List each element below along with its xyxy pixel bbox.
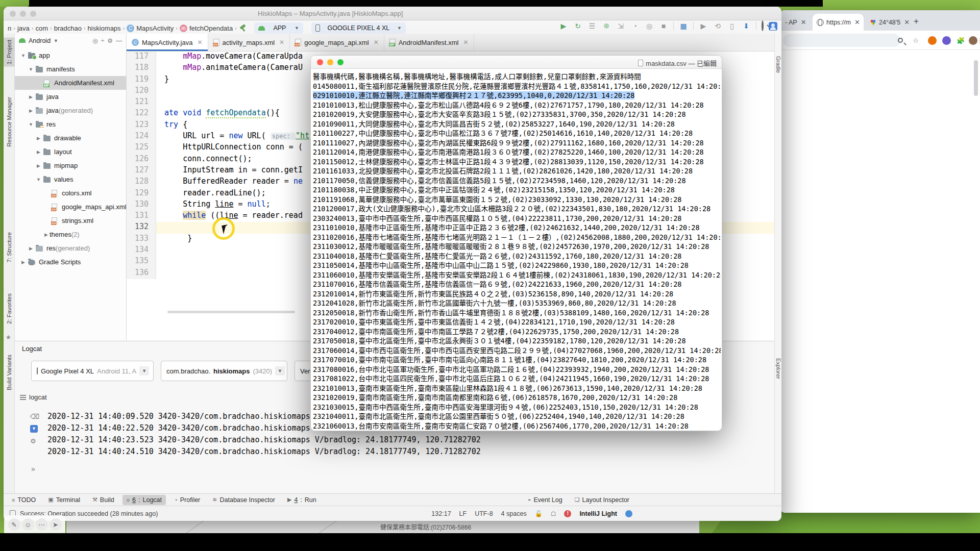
breadcrumb-item[interactable]: n — [8, 24, 11, 32]
emoji-icon[interactable]: ☺ — [22, 518, 34, 531]
tree-item[interactable]: colors.xml — [15, 186, 126, 200]
chevron-right-icon[interactable]: ▶ — [35, 163, 42, 168]
close-icon[interactable]: ✕ — [801, 18, 806, 26]
breadcrumb-item[interactable]: java — [17, 24, 30, 32]
tool-button-resource-manager[interactable]: Resource Manager — [4, 95, 15, 149]
csv-row[interactable]: 2101010013,松山健康服務中心,臺北市松山區八德路4段６９２號6樓,(0… — [313, 99, 721, 109]
tree-item[interactable]: ▶drawable — [15, 131, 126, 145]
browser-tab[interactable]: https://m✕ — [813, 14, 864, 31]
extension-orange-icon[interactable] — [927, 35, 937, 45]
caret-position[interactable]: 132:17 — [431, 510, 451, 517]
process-selector[interactable]: com.bradchao.hiskiomaps (3420) ▼ — [161, 361, 287, 381]
csv-row[interactable]: 2317040012,臺中市南區衛生所,臺中市南區工學路７２號2樓,(04)22… — [313, 326, 721, 336]
chevron-right-icon[interactable]: ▶ — [20, 260, 27, 265]
horizontal-scrollbar[interactable] — [167, 311, 295, 313]
search-everywhere-icon[interactable] — [762, 21, 764, 31]
build-hammer-icon[interactable] — [239, 24, 247, 32]
csv-row[interactable]: 0291010010,連江縣立醫院,連江縣南竿鄉復興村２１７號,623995,1… — [313, 90, 721, 99]
csv-row[interactable]: 2317020010,臺中市東區衛生所,臺中市東區信義街１４２號,(04)228… — [313, 316, 721, 326]
attach-debugger-icon[interactable]: ⇲ — [616, 22, 625, 30]
csv-text-content[interactable]: 醫事機構代碼,醫事機構名稱,醫事機構地址,醫事機構電話,成人口罩剩餘數,兒童口罩… — [313, 71, 721, 430]
chevron-right-icon[interactable]: ▶ — [43, 232, 50, 237]
tree-item[interactable]: ▶Gradle Scripts — [15, 255, 126, 269]
csv-row[interactable]: 0145080011,衛生福利部花蓮醫院豐濱原住民分院,花蓮縣豐濱鄉豐濱村光豐路… — [313, 81, 721, 90]
tree-item[interactable]: ▼app — [15, 48, 126, 62]
csv-row[interactable]: 2321010013,臺南市東區衛生所,臺南市東區龍山里林森路1段４１８號,(0… — [313, 383, 721, 392]
extension-purple-icon[interactable] — [941, 35, 951, 45]
extensions-puzzle-icon[interactable]: 🧩 — [955, 35, 966, 45]
tree-item[interactable]: ▼manifests — [15, 62, 126, 76]
indent-setting[interactable]: 4 spaces — [501, 510, 527, 517]
close-icon[interactable]: ✕ — [904, 18, 910, 26]
tool-window-button-todo[interactable]: ≡TODO — [8, 495, 40, 505]
more-apps-icon[interactable]: ⋯ — [36, 518, 48, 531]
tool-button-device-explorer[interactable]: Explorer — [774, 358, 781, 379]
csv-row[interactable]: 醫事機構代碼,醫事機構名稱,醫事機構地址,醫事機構電話,成人口罩剩餘數,兒童口罩… — [313, 71, 721, 81]
csv-row[interactable]: 2303240013,臺中市中西區衛生所,臺中市西區民權路１０５號,(04)22… — [313, 213, 721, 222]
csv-row[interactable]: 2321060013,台南市安南區衛生所,臺南市安南區仁安路７０號2樓,(06)… — [313, 420, 721, 430]
tool-window-button-layout-inspector[interactable]: ❏Layout Inspector — [571, 495, 633, 505]
tree-item[interactable]: ▼values — [15, 172, 126, 186]
csv-row[interactable]: 2101100227,中山健康服務中心,臺北市中山區松江路３６７號7樓,(02)… — [313, 128, 721, 137]
tool-button-build-variants[interactable]: Build Variants — [4, 353, 15, 392]
scroll-to-end-icon[interactable]: ▼ — [30, 425, 38, 433]
csv-row[interactable]: 2311050014,基隆市中山區衛生所,基隆市中山區中山二路１５號,(02)2… — [313, 260, 721, 269]
expand-logs-glyph[interactable]: » — [31, 465, 35, 473]
csv-row[interactable]: 2101120014,南港健康服務中心,臺北市南港區南港路1段３６０號7樓,(0… — [313, 146, 721, 156]
editor-tab[interactable]: activity_maps.xml✕ — [208, 34, 290, 51]
tool-window-button-event-log[interactable]: ◓Event Log — [524, 495, 567, 505]
device-selector[interactable]: Google Pixel 4 XL Android 11, A ▼ — [31, 361, 154, 381]
chevron-right-icon[interactable]: ▶ — [28, 246, 34, 251]
csv-row[interactable]: 2317081022,台中市北屯區四民衛生所,臺中市北屯區后庄路１０６２號,(0… — [313, 373, 721, 383]
csv-row[interactable]: 2317050018,臺中市北區衛生所,臺中市北區永興街３０１號4樓,(04)2… — [313, 335, 721, 345]
csv-row[interactable]: 2311040018,基隆市仁愛區衛生所,基隆市仁愛區光一路２６號,(02)24… — [313, 251, 721, 260]
hide-panel-icon[interactable]: — — [116, 37, 122, 44]
breadcrumb-item[interactable]: bradchao — [54, 24, 82, 32]
csv-row[interactable]: 2311020016,基隆市七堵區衛生所,基隆市七堵區光明路２１－１（１－２樓）… — [313, 232, 721, 241]
settings-gear-icon[interactable]: ⚙ — [30, 437, 39, 445]
csv-row[interactable]: 2101161033,北投健康服務中心,臺北市北投區石牌路2段１１１號,(02)… — [313, 165, 721, 175]
tree-item[interactable]: google_maps_api.xml — [15, 200, 126, 214]
zoom-icon[interactable] — [895, 35, 905, 45]
chrome-menu-icon[interactable]: ⋮ — [978, 35, 980, 45]
breadcrumb-item[interactable]: com — [35, 24, 48, 32]
csv-row[interactable]: 2101150012,士林健康服務中心,臺北市士林區中正路1段４３９號2樓,(0… — [313, 156, 721, 166]
chevron-right-icon[interactable]: ▶ — [35, 136, 42, 141]
editor-tab[interactable]: AndroidManifest.xml✕ — [384, 34, 474, 51]
close-icon[interactable]: ✕ — [279, 39, 284, 46]
csv-row[interactable]: 2101191068,萬華健康服務中心,臺北市萬華區東園街１５２號,(02)23… — [313, 194, 721, 204]
project-view-selector[interactable]: Android — [29, 37, 51, 44]
tool-button--favorites[interactable]: 2: Favorites — [4, 291, 15, 326]
run-configuration-selector[interactable]: APP▼ — [254, 22, 303, 34]
tree-item[interactable]: ▶mipmap — [15, 159, 126, 172]
csv-row[interactable]: 2321030015,臺南市中西區衛生所,臺南市中西區安海里環河街９４號,(06… — [313, 402, 721, 411]
user-avatar[interactable] — [769, 22, 777, 31]
csv-row[interactable]: 2311070016,基隆市信義區衛生所,基隆市信義區信一路６９號,(02)24… — [313, 279, 721, 288]
run-icon[interactable]: ▶ — [559, 22, 568, 30]
address-bar[interactable] — [783, 34, 900, 47]
tree-item[interactable]: AndroidManifest.xml — [15, 76, 126, 90]
close-icon[interactable] — [10, 11, 16, 17]
tree-item[interactable]: ▶java (generated) — [15, 104, 126, 117]
error-indicator-icon[interactable]: ! — [564, 510, 571, 517]
lock-icon[interactable]: 🔓 — [535, 510, 543, 517]
breadcrumb-item[interactable]: mfetchOpendata — [180, 24, 233, 32]
csv-row[interactable]: 2311030012,基隆市暖暖區衛生所,基隆市暖暖區暖暖街２８１巷９８號,(0… — [313, 241, 721, 251]
device-selector[interactable]: GOOGLE PIXEL 4 XL▼ — [311, 22, 406, 34]
chevron-down-icon[interactable]: ▼ — [28, 122, 34, 127]
chevron-right-icon[interactable]: ▶ — [28, 108, 34, 113]
chevron-right-icon[interactable]: ▶ — [28, 94, 34, 99]
csv-row[interactable]: 2101170050,信義健康服務中心,臺北市信義區信義路5段１５號,(02)2… — [313, 175, 721, 185]
maximize-icon[interactable] — [337, 59, 344, 65]
chevron-down-icon[interactable]: ▼ — [35, 177, 42, 182]
rerun-icon[interactable]: ↻ — [573, 22, 582, 30]
sdk-manager-icon[interactable]: ⬇ — [742, 22, 751, 30]
trash-icon[interactable]: ⌫ — [30, 413, 39, 420]
settings-gear-icon[interactable]: ⚙ — [107, 37, 113, 44]
debug-icon[interactable]: ❊ — [602, 22, 611, 30]
tool-window-button-profiler[interactable]: ◔Profiler — [170, 495, 204, 505]
tree-item[interactable]: ▼res — [15, 117, 126, 131]
csv-row[interactable]: 2311060010,基隆市安樂區衛生所,基隆市安樂區安樂路2段１６４號1樓前棟… — [313, 269, 721, 279]
tool-button-gradle[interactable]: Gradle — [774, 56, 781, 80]
breadcrumb-item[interactable]: hiskiomaps — [88, 24, 121, 32]
